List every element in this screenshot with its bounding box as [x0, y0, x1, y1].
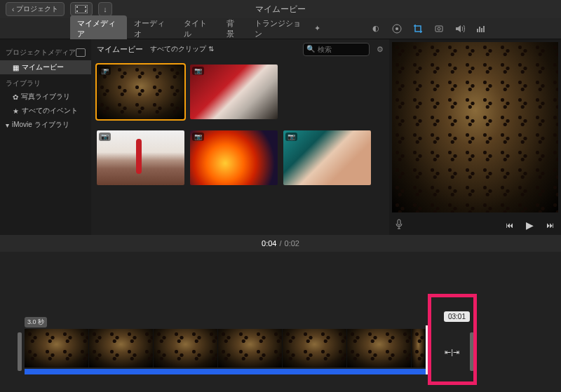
equalizer-icon[interactable] [475, 23, 487, 34]
updown-icon: ⇅ [208, 45, 214, 53]
playhead[interactable] [426, 325, 428, 374]
total-time: 0:02 [285, 239, 299, 248]
preview-panel: ⏮ ▶ ⏭ [389, 39, 561, 235]
enhance-icon[interactable]: ✦ [311, 23, 323, 34]
clip-frame [154, 329, 218, 367]
time-indicator: 0:04 / 0:02 [0, 235, 561, 252]
clip-frame [412, 329, 426, 367]
clip-frame [347, 329, 412, 367]
next-button[interactable]: ⏭ [546, 221, 554, 229]
svg-rect-8 [435, 26, 442, 32]
trim-cursor-icon: ⇤|⇥ [445, 348, 459, 357]
svg-rect-11 [479, 27, 480, 32]
sidebar-item-photo-library[interactable]: ✿ 写真ライブラリ [0, 90, 91, 104]
svg-point-7 [396, 27, 398, 30]
camera-icon: 📷 [192, 67, 204, 75]
stabilization-icon[interactable] [433, 23, 445, 34]
sidebar-item-label: マイムービー [22, 62, 64, 72]
prev-button[interactable]: ⏮ [506, 221, 513, 229]
sidebar-item-label: iMovie ライブラリ [12, 120, 69, 130]
trim-tooltip: 03:01 [444, 311, 470, 322]
play-button[interactable]: ▶ [526, 219, 534, 231]
clip-frame [89, 329, 154, 367]
toggle-panel-icon[interactable] [76, 48, 86, 57]
clip-frame [25, 329, 89, 367]
media-thumb-2[interactable]: 📷 [190, 65, 278, 119]
svg-rect-10 [477, 29, 478, 32]
audio-track[interactable] [25, 369, 426, 374]
import-media-button[interactable]: ♪ [70, 2, 93, 16]
sidebar-item-mymovie[interactable]: ▦ マイムービー [0, 60, 91, 74]
tab-transition[interactable]: トランジション [248, 15, 311, 42]
timeline[interactable]: 3.0 秒 ⇤|⇥ 03:01 [0, 252, 561, 392]
tab-mymedia[interactable]: マイメディア [70, 15, 127, 42]
sidebar-project-media-head: プロジェクトメディア [6, 48, 76, 58]
tab-audio[interactable]: オーディオ [127, 15, 177, 42]
svg-rect-14 [398, 219, 400, 225]
video-clip[interactable] [25, 329, 426, 371]
camera-icon: 📷 [192, 133, 204, 141]
window-title: マイムービー [255, 4, 306, 15]
clip-frame [283, 329, 347, 367]
camera-icon: 📷 [99, 133, 111, 141]
star-icon: ★ [13, 107, 19, 115]
color-correction-icon[interactable] [391, 23, 403, 34]
tab-title[interactable]: タイトル [177, 15, 219, 42]
svg-rect-13 [483, 26, 485, 32]
chevron-left-icon: ‹ [12, 6, 14, 13]
clip-start-handle[interactable] [18, 332, 22, 371]
search-icon: 🔍 [306, 45, 315, 53]
current-time: 0:04 [262, 239, 276, 248]
sidebar-item-label: すべてのイベント [22, 106, 78, 116]
svg-rect-12 [481, 28, 482, 32]
clip-filter-dropdown[interactable]: すべてのクリップ ⇅ [150, 44, 214, 54]
volume-icon[interactable] [454, 23, 466, 34]
browser-title: マイムービー [97, 44, 143, 55]
media-thumb-1[interactable]: 📷 [97, 65, 184, 119]
gear-icon[interactable]: ⚙ [377, 45, 384, 54]
star-icon: ✿ [13, 93, 18, 101]
svg-rect-1 [76, 6, 78, 8]
clip-frame [218, 329, 283, 367]
media-thumb-4[interactable]: 📷 [190, 130, 278, 185]
sidebar-item-all-events[interactable]: ★ すべてのイベント [0, 104, 91, 118]
disclosure-triangle-icon[interactable]: ▾ [6, 121, 9, 129]
sidebar-item-imovie-library[interactable]: ▾ iMovie ライブラリ [0, 118, 91, 132]
camera-icon: 📷 [99, 67, 111, 75]
tab-background[interactable]: 背景 [219, 15, 248, 42]
sidebar-library-head: ライブラリ [0, 74, 91, 90]
svg-rect-2 [76, 11, 78, 12]
svg-point-9 [438, 27, 440, 30]
svg-text:♪: ♪ [84, 7, 87, 13]
back-label: プロジェクト [16, 4, 58, 14]
media-thumb-3[interactable]: 📷 [97, 130, 184, 185]
sidebar: プロジェクトメディア ▦ マイムービー ライブラリ ✿ 写真ライブラリ ★ すべ… [0, 39, 91, 235]
clip-end-handle[interactable] [470, 332, 474, 371]
camera-icon: 📷 [285, 133, 297, 141]
clip-duration-badge: 3.0 秒 [25, 317, 47, 327]
import-button[interactable]: ↓ [98, 2, 112, 16]
filmstrip-icon: ♪ [75, 5, 88, 13]
media-thumb-5[interactable]: 📷 [283, 130, 371, 185]
crop-icon[interactable] [412, 23, 424, 34]
color-balance-icon[interactable]: ◐ [370, 23, 381, 34]
filmstrip-icon: ▦ [13, 64, 19, 72]
sidebar-item-label: 写真ライブラリ [21, 92, 70, 102]
download-arrow-icon: ↓ [103, 5, 107, 13]
microphone-icon[interactable] [395, 219, 403, 231]
back-to-projects-button[interactable]: ‹ プロジェクト [6, 2, 65, 16]
preview-viewer[interactable] [392, 42, 558, 212]
media-browser: マイムービー すべてのクリップ ⇅ 🔍 ⚙ 📷 📷 📷 📷 📷 [91, 39, 389, 235]
